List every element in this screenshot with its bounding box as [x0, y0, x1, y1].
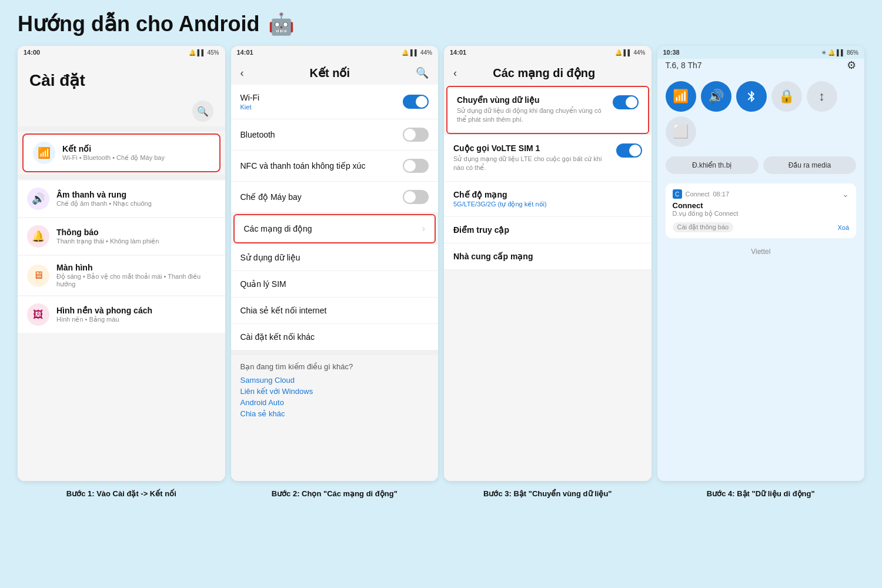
screens-row: 14:00 🔔 ▌▌ 45% Cài đặt 🔍 📶 Kết nối Wi-Fi…	[18, 46, 864, 481]
screen3: 14:01 🔔 ▌▌ 44% ‹ Các mạng di động Chuyển…	[444, 46, 652, 481]
roaming-toggle[interactable]	[613, 95, 639, 109]
screen1-status-bar: 14:00 🔔 ▌▌ 45%	[18, 46, 225, 59]
screen3-battery: 🔔 ▌▌ 44%	[615, 49, 646, 56]
qp-date-row: T.6, 8 Th7 ⚙	[657, 59, 865, 76]
back-button-screen2[interactable]: ‹	[240, 67, 244, 79]
mn-volte[interactable]: Cuộc gọi VoLTE SIM 1 Sử dụng mạng dữ liệ…	[444, 135, 652, 182]
back-header-screen2: ‹ Kết nối 🔍	[231, 59, 439, 85]
tile-wifi[interactable]: 📶	[666, 81, 696, 112]
settings-item-ketnoI[interactable]: 📶 Kết nối Wi-Fi • Bluetooth • Chế độ Máy…	[22, 133, 220, 172]
conn-other[interactable]: Cài đặt kết nối khác	[231, 324, 439, 350]
quick-tiles-row: 📶 🔊 🔒 ↕ ⬜	[657, 76, 865, 152]
screen1-body: Cài đặt 🔍 📶 Kết nối Wi-Fi • Bluetooth • …	[18, 59, 225, 481]
screen1-battery: 🔔 ▌▌ 45%	[189, 49, 219, 56]
mn-network-mode-sub: 5G/LTE/3G/2G (tự động kết nối)	[453, 201, 642, 208]
item-subtitle-hinhnen: Hình nền • Bảng màu	[56, 316, 216, 323]
chevron-icon-mobile: ›	[422, 223, 425, 234]
conn-bluetooth[interactable]: Bluetooth	[231, 119, 439, 151]
item-text-ketnoi: Kết nối Wi-Fi • Bluetooth • Chế độ Máy b…	[62, 144, 210, 162]
link-other-share[interactable]: Chia sẻ khác	[240, 409, 429, 418]
notif-icon: 🔔	[27, 225, 49, 248]
mn-network-mode[interactable]: Chế độ mạng 5G/LTE/3G/2G (tự động kết nố…	[444, 182, 652, 217]
back-button-screen3[interactable]: ‹	[453, 67, 457, 79]
android-icon: 🤖	[268, 12, 295, 36]
caption-1: Bước 1: Vào Cài đặt -> Kết nối	[18, 489, 225, 498]
conn-nfc[interactable]: NFC và thanh toán không tiếp xúc	[231, 151, 439, 182]
settings-item-amthanh[interactable]: 🔊 Âm thanh và rung Chế độ âm thanh • Nhạ…	[18, 181, 225, 217]
screen2-time: 14:01	[237, 49, 253, 56]
sound-icon: 🔊	[27, 188, 49, 210]
link-android-auto[interactable]: Android Auto	[240, 398, 429, 407]
qp-media-output-btn[interactable]: Đầu ra media	[763, 156, 856, 174]
item-title-manhinh: Màn hình	[56, 263, 216, 272]
screen2: 14:01 🔔 ▌▌ 44% ‹ Kết nối 🔍 Wi-Fi Kiet	[231, 46, 439, 481]
link-windows[interactable]: Liên kết với Windows	[240, 387, 429, 396]
qp-notification-card: C Connect 08:17 ⌄ Connect D.vụ đồng bộ C…	[666, 183, 857, 238]
tile-screen-capture[interactable]: ⬜	[666, 116, 696, 147]
item-text-manhinh: Màn hình Độ sáng • Bảo vệ cho mắt thoải …	[56, 263, 216, 288]
item-title-hinhnen: Hình nền và phong cách	[56, 306, 216, 315]
screen4-battery: ✳ 🔔 ▌▌ 86%	[821, 49, 858, 56]
settings-item-manhinh[interactable]: 🖥 Màn hình Độ sáng • Bảo vệ cho mắt thoả…	[18, 256, 225, 295]
qp-device-control-btn[interactable]: Đ.khiển th.bị	[666, 156, 759, 174]
conn-mobile-label: Các mạng di động	[244, 224, 312, 233]
mn-carrier-title: Nhà cung cấp mạng	[453, 252, 642, 261]
mn-apn-title: Điểm truy cập	[453, 225, 642, 235]
settings-gear-icon[interactable]: ⚙	[847, 59, 856, 72]
conn-data-usage[interactable]: Sử dụng dữ liệu	[231, 245, 439, 271]
tile-sound[interactable]: 🔊	[701, 81, 731, 112]
conn-hotspot-label: Chia sẻ kết nối internet	[240, 306, 327, 315]
mn-carrier[interactable]: Nhà cung cấp mạng	[444, 243, 652, 270]
tile-data-transfer[interactable]: ↕	[807, 81, 837, 112]
qpn-footer: Cài đặt thông báo Xoá	[673, 222, 850, 232]
conn-nfc-label: NFC và thanh toán không tiếp xúc	[240, 161, 366, 171]
settings-main-title: Cài đặt	[29, 71, 213, 90]
tile-bluetooth[interactable]	[736, 81, 767, 112]
qpn-app-info: C Connect 08:17	[673, 189, 730, 199]
settings-search-button[interactable]: 🔍	[192, 101, 213, 122]
screen4-status-icons: ✳ 🔔 ▌▌ 86%	[821, 49, 858, 56]
tile-lock[interactable]: 🔒	[771, 81, 802, 112]
volte-toggle[interactable]	[616, 143, 642, 158]
conn-mobile-networks[interactable]: Các mạng di động ›	[233, 214, 436, 243]
conn-wifi-sub: Kiet	[240, 103, 260, 111]
screen2-battery: 🔔 ▌▌ 44%	[402, 49, 432, 56]
qp-carrier: Viettel	[657, 243, 865, 260]
settings-item-thongbao[interactable]: 🔔 Thông báo Thanh trạng thái • Không làm…	[18, 218, 225, 255]
item-subtitle-manhinh: Độ sáng • Bảo vệ cho mắt thoải mái • Tha…	[56, 273, 216, 288]
settings-title-area: Cài đặt	[18, 59, 225, 96]
conn-sim-mgmt[interactable]: Quản lý SIM	[231, 271, 439, 298]
item-text-thongbao: Thông báo Thanh trạng thái • Không làm p…	[56, 228, 216, 245]
conn-airplane-label: Chế độ Máy bay	[240, 192, 302, 202]
screen1-status-icons: 🔔 ▌▌ 45%	[189, 49, 219, 56]
screen4-body: T.6, 8 Th7 ⚙ 📶 🔊 🔒 ↕ ⬜ Đ.khiển th	[657, 59, 865, 481]
qpn-dismiss-btn[interactable]: Xoá	[837, 224, 849, 231]
screen4-time: 10:38	[663, 49, 680, 56]
wifi-toggle[interactable]	[403, 95, 429, 109]
screen2-search-button[interactable]: 🔍	[416, 66, 429, 79]
item-subtitle-ketnoi: Wi-Fi • Bluetooth • Chế độ Máy bay	[62, 154, 210, 162]
conn-data-label: Sử dụng dữ liệu	[240, 253, 300, 262]
more-section-title: Bạn đang tìm kiếm điều gì khác?	[240, 362, 429, 371]
wifi-icon: 📶	[33, 142, 55, 164]
captions-row: Bước 1: Vào Cài đặt -> Kết nối Bước 2: C…	[18, 489, 864, 498]
item-subtitle-thongbao: Thanh trạng thái • Không làm phiền	[56, 238, 216, 245]
conn-airplane[interactable]: Chế độ Máy bay	[231, 182, 439, 213]
conn-wifi[interactable]: Wi-Fi Kiet	[231, 85, 439, 119]
conn-hotspot[interactable]: Chia sẻ kết nối internet	[231, 298, 439, 324]
item-title-amthanh: Âm thanh và rung	[56, 190, 216, 199]
mn-apn[interactable]: Điểm truy cập	[444, 217, 652, 243]
qpn-settings-btn[interactable]: Cài đặt thông báo	[673, 222, 734, 232]
bluetooth-toggle[interactable]	[403, 128, 429, 142]
settings-item-hinhnen[interactable]: 🖼 Hình nền và phong cách Hình nền • Bảng…	[18, 296, 225, 333]
airplane-toggle[interactable]	[403, 190, 429, 204]
nfc-toggle[interactable]	[403, 159, 429, 173]
mn-roaming[interactable]: Chuyển vùng dữ liệu Sử dụng dữ liệu di đ…	[446, 86, 649, 134]
item-text-hinhnen: Hình nền và phong cách Hình nền • Bảng m…	[56, 306, 216, 323]
display-icon: 🖥	[27, 265, 49, 287]
search-row: 🔍	[18, 96, 225, 126]
caption-2: Bước 2: Chọn "Các mạng di động"	[231, 489, 439, 498]
screen3-time: 14:01	[450, 49, 466, 56]
link-samsung-cloud[interactable]: Samsung Cloud	[240, 376, 429, 385]
chevron-down-icon[interactable]: ⌄	[842, 189, 849, 199]
